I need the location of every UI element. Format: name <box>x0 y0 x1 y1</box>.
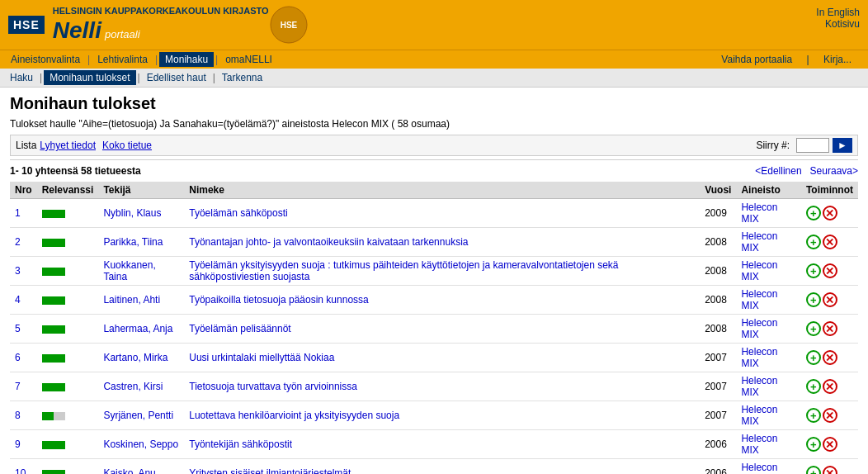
cell-nimeke: Työpaikoilla tietosuoja pääosin kunnossa <box>184 286 700 315</box>
vaihda-portaalia-link[interactable]: Vaihda portaalia <box>715 52 798 67</box>
nav-lehtivalinta[interactable]: Lehtivalinta <box>92 52 153 67</box>
siirry-input[interactable] <box>796 138 829 153</box>
kotisivu-link[interactable]: Kotisivu <box>816 18 860 30</box>
add-icon[interactable]: + <box>806 206 821 220</box>
tekija-link[interactable]: Castren, Kirsi <box>103 381 163 392</box>
tekija-link[interactable]: Nyblin, Klaus <box>103 207 161 219</box>
tekija-link[interactable]: Kaisko, Anu <box>103 467 155 474</box>
results-table: Nro Relevanssi Tekijä Nimeke Vuosi Ainei… <box>10 182 858 474</box>
cell-nro: 3 <box>10 257 37 286</box>
nro-link[interactable]: 6 <box>15 352 21 363</box>
remove-icon[interactable]: ✕ <box>823 408 837 423</box>
add-icon[interactable]: + <box>806 466 821 474</box>
cell-toiminnot: +✕ <box>801 228 858 257</box>
add-icon[interactable]: + <box>806 350 821 365</box>
aineisto-link[interactable]: Helecon MIX <box>741 230 777 254</box>
nro-link[interactable]: 3 <box>15 265 21 277</box>
nav-prevnext-top: <Edellinen Seuraava> <box>755 165 858 177</box>
add-icon[interactable]: + <box>806 379 821 394</box>
tekija-link[interactable]: Lahermaa, Anja <box>103 323 172 334</box>
nimeke-link[interactable]: Työnantajan johto- ja valvontaoikeuksiin… <box>189 236 468 248</box>
add-icon[interactable]: + <box>806 235 821 249</box>
search-info: Tulokset haulle "Aihe=(tietosuoja) Ja Sa… <box>10 118 858 130</box>
nro-link[interactable]: 4 <box>15 294 21 306</box>
cell-toiminnot: +✕ <box>801 372 858 401</box>
aineisto-link[interactable]: Helecon MIX <box>741 288 777 311</box>
remove-icon[interactable]: ✕ <box>823 263 837 278</box>
prev-link-top[interactable]: <Edellinen <box>755 165 801 177</box>
aineisto-link[interactable]: Helecon MIX <box>741 317 777 340</box>
tekija-link[interactable]: Koskinen, Seppo <box>103 438 178 450</box>
remove-icon[interactable]: ✕ <box>823 466 837 474</box>
nav-haku[interactable]: Haku <box>5 71 38 84</box>
add-icon[interactable]: + <box>806 292 821 307</box>
nro-link[interactable]: 10 <box>15 467 26 474</box>
nimeke-link[interactable]: Yritysten sisäiset ilmiantojärjestelmät <box>189 467 351 474</box>
nimeke-link[interactable]: Luotettava henkilöarvioint ja yksityisyy… <box>189 410 399 421</box>
nro-link[interactable]: 2 <box>15 236 21 248</box>
view-koko-tietue[interactable]: Koko tietue <box>102 140 152 151</box>
nimeke-link[interactable]: Tietosuoja turvattava työn arvioinnissa <box>189 381 357 392</box>
aineisto-link[interactable]: Helecon MIX <box>741 404 777 427</box>
nro-link[interactable]: 1 <box>15 207 21 219</box>
nimeke-link[interactable]: Työpaikoilla tietosuoja pääosin kunnossa <box>189 294 368 306</box>
cell-relevance <box>37 344 99 372</box>
add-icon[interactable]: + <box>806 408 821 423</box>
add-icon[interactable]: + <box>806 321 821 336</box>
tekija-link[interactable]: Kartano, Mirka <box>103 352 167 363</box>
remove-icon[interactable]: ✕ <box>823 350 837 365</box>
nimeke-link[interactable]: Työelämän sähköposti <box>189 207 287 219</box>
tekija-link[interactable]: Laitinen, Ahti <box>103 294 160 306</box>
add-icon[interactable]: + <box>806 437 821 452</box>
aineisto-link[interactable]: Helecon MIX <box>741 346 777 369</box>
nro-link[interactable]: 8 <box>15 410 21 421</box>
aineisto-link[interactable]: Helecon MIX <box>741 433 777 456</box>
kirja-link[interactable]: Kirja... <box>818 52 857 67</box>
add-icon[interactable]: + <box>806 263 821 278</box>
siirry-button[interactable]: ► <box>833 138 852 153</box>
nro-link[interactable]: 7 <box>15 381 21 392</box>
view-lyhyet-tiedot[interactable]: Lyhyet tiedot <box>40 140 96 151</box>
next-link-top[interactable]: Seuraava> <box>810 165 858 177</box>
siirry-label: Siirry #: <box>756 140 790 151</box>
nro-link[interactable]: 5 <box>15 323 21 334</box>
aineisto-link[interactable]: Helecon MIX <box>741 259 777 282</box>
remove-icon[interactable]: ✕ <box>823 235 837 249</box>
nav-monihaun-tulokset[interactable]: Monihaun tulokset <box>44 70 135 85</box>
cell-nimeke: Luotettava henkilöarvioint ja yksityisyy… <box>184 401 700 430</box>
nimeke-link[interactable]: Työelämän yksityisyyden suoja : tutkimus… <box>189 259 618 282</box>
tekija-link[interactable]: Parikka, Tiina <box>103 236 163 248</box>
cell-aineisto: Helecon MIX <box>736 430 800 459</box>
aineisto-link[interactable]: Helecon MIX <box>741 462 777 474</box>
tekija-link[interactable]: Syrjänen, Pentti <box>103 410 173 421</box>
nimeke-link[interactable]: Työntekijän sähköpostit <box>189 438 292 450</box>
cell-relevance <box>37 286 99 315</box>
nav-onanelli[interactable]: omaNELLI <box>219 52 278 67</box>
cell-nro: 2 <box>10 228 37 257</box>
remove-icon[interactable]: ✕ <box>823 321 837 336</box>
table-row: 1Nyblin, KlausTyöelämän sähköposti2009He… <box>10 199 858 228</box>
nav-edelliset-haut[interactable]: Edelliset haut <box>142 71 211 84</box>
nav-tarkenna[interactable]: Tarkenna <box>217 71 267 84</box>
remove-icon[interactable]: ✕ <box>823 292 837 307</box>
result-header-row: 1- 10 yhteensä 58 tietueesta <Edellinen … <box>10 159 858 182</box>
nro-link[interactable]: 9 <box>15 438 21 450</box>
remove-icon[interactable]: ✕ <box>823 379 837 394</box>
header: HSE HELSINGIN KAUPPAKORKEAKOULUN KIRJAST… <box>0 0 868 50</box>
in-english-link[interactable]: In English <box>816 7 860 18</box>
cell-vuosi: 2008 <box>700 257 736 286</box>
cell-nro: 1 <box>10 199 37 228</box>
nimeke-link[interactable]: Uusi urkintalaki miellyttää Nokiaa <box>189 352 334 363</box>
tekija-link[interactable]: Kuokkanen, Taina <box>103 259 155 282</box>
table-row: 10Kaisko, AnuYritysten sisäiset ilmianto… <box>10 459 858 475</box>
aineisto-link[interactable]: Helecon MIX <box>741 201 777 225</box>
col-toiminnot: Toiminnot <box>801 182 858 199</box>
nav-aineistonvalinta[interactable]: Aineistonvalinta <box>5 52 86 67</box>
nimeke-link[interactable]: Työelämän pelisäännöt <box>189 323 290 334</box>
action-icons: +✕ <box>806 321 853 336</box>
nav-monihaku[interactable]: Monihaku <box>159 52 214 67</box>
nelli-logo: Nelli <box>53 17 101 44</box>
aineisto-link[interactable]: Helecon MIX <box>741 375 777 398</box>
remove-icon[interactable]: ✕ <box>823 206 837 220</box>
remove-icon[interactable]: ✕ <box>823 437 837 452</box>
